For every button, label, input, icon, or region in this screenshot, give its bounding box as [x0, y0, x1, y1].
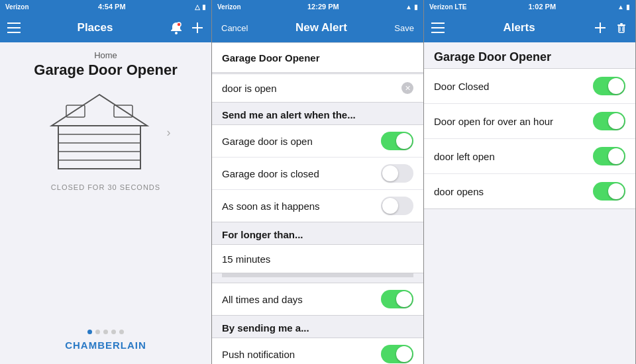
alert-label-2: door left open — [434, 151, 495, 162]
hamburger-icon-3[interactable] — [431, 21, 445, 35]
battery-icon: ▮ — [202, 3, 206, 11]
battery-icon-2: ▮ — [414, 3, 418, 11]
alert-row-soon: As soon as it happens — [212, 190, 423, 222]
garage-image-container[interactable]: › — [46, 89, 166, 175]
toggle-alert-3[interactable] — [593, 182, 625, 201]
dot-1 — [87, 330, 92, 334]
alerts-device-name: Garage Door Opener — [424, 42, 635, 68]
alert-list-row-1: Door open for over an hour — [424, 104, 635, 139]
svg-rect-0 — [7, 23, 21, 24]
new-alert-scroll: Garage Door Opener ✕ Send me an alert wh… — [212, 42, 423, 364]
wifi-icon: △ — [195, 3, 200, 11]
status-bar-1: Verizon 4:54 PM △ ▮ — [0, 0, 211, 13]
alert-row-closed: Garage door is closed — [212, 158, 423, 190]
alerts-content: Garage Door Opener Door Closed Door open… — [424, 42, 635, 364]
carrier-3: Verizon LTE — [429, 3, 467, 11]
clear-button[interactable]: ✕ — [401, 82, 413, 94]
svg-rect-14 — [114, 105, 132, 117]
alerts-title: Alerts — [503, 21, 535, 34]
device-status-label: CLOSED FOR 30 SECONDS — [51, 183, 160, 191]
alert-label-0: Door Closed — [434, 81, 489, 92]
device-name-label: Garage Door Opener — [222, 52, 320, 64]
svg-rect-6 — [192, 27, 203, 28]
minutes-row: 15 minutes — [212, 244, 423, 273]
minutes-value: 15 minutes — [222, 253, 270, 265]
add-icon[interactable] — [190, 21, 205, 35]
panel-new-alert: Verizon 12:29 PM ▲ ▮ Cancel New Alert Sa… — [212, 0, 424, 364]
alert-conditions-section: Garage door is open Garage door is close… — [212, 124, 423, 222]
garage-svg — [46, 89, 152, 175]
trash-icon[interactable] — [614, 21, 629, 35]
svg-rect-8 — [58, 126, 140, 169]
svg-rect-13 — [66, 105, 85, 117]
slider-track[interactable] — [222, 273, 413, 277]
device-name-row: Garage Door Opener — [212, 43, 423, 72]
dot-indicators — [87, 330, 124, 334]
all-times-row: All times and days — [212, 283, 423, 315]
svg-point-3 — [175, 32, 178, 34]
nav-bar-1: Places — [0, 13, 211, 42]
push-label: Push notification — [222, 349, 295, 360]
time-2: 12:29 PM — [307, 3, 339, 11]
push-section: Push notification — [212, 338, 423, 364]
toggle-soon[interactable] — [381, 197, 413, 215]
alerts-list: Door Closed Door open for over an hour d… — [424, 68, 635, 209]
device-title-1: Garage Door Opener — [34, 62, 177, 79]
svg-rect-21 — [617, 24, 625, 26]
cancel-button[interactable]: Cancel — [219, 21, 250, 36]
all-times-section: All times and days — [212, 283, 423, 316]
svg-point-4 — [177, 23, 181, 26]
svg-rect-15 — [431, 23, 445, 24]
dot-3 — [103, 330, 108, 334]
places-title: Places — [78, 21, 113, 34]
toggle-alert-0[interactable] — [593, 77, 625, 95]
dot-2 — [95, 330, 100, 334]
carrier-1: Verizon — [5, 3, 29, 11]
alert-name-input-row[interactable]: ✕ — [212, 73, 423, 103]
for-longer-header: For longer than... — [212, 222, 423, 244]
toggle-push[interactable] — [381, 345, 413, 363]
svg-rect-1 — [7, 27, 21, 28]
hamburger-icon[interactable] — [7, 21, 21, 35]
time-1: 4:54 PM — [98, 3, 126, 11]
by-sending-header: By sending me a... — [212, 316, 423, 338]
push-row: Push notification — [212, 338, 423, 364]
alert-soon-label: As soon as it happens — [222, 201, 320, 212]
alert-closed-label: Garage door is closed — [222, 168, 319, 179]
icons-1: △ ▮ — [195, 3, 206, 11]
save-button[interactable]: Save — [392, 21, 417, 36]
bell-icon[interactable] — [169, 21, 184, 35]
icons-2: ▲ ▮ — [405, 3, 418, 11]
alert-name-input[interactable] — [222, 83, 401, 94]
home-label: Home — [94, 50, 117, 60]
alert-label-3: door opens — [434, 186, 484, 197]
all-times-label: All times and days — [222, 294, 303, 305]
toggle-all-times[interactable] — [381, 290, 413, 308]
dot-4 — [111, 330, 116, 334]
panel-places: Verizon 4:54 PM △ ▮ Places Home Garage D… — [0, 0, 212, 364]
new-alert-title: New Alert — [295, 21, 347, 34]
alert-label-1: Door open for over an hour — [434, 116, 553, 127]
alert-list-row-0: Door Closed — [424, 69, 635, 104]
panel1-footer: CHAMBERLAIN — [65, 322, 146, 356]
send-alert-header: Send me an alert when the... — [212, 103, 423, 124]
toggle-door-open[interactable] — [381, 132, 413, 150]
icons-3: ▲ ▮ — [617, 3, 630, 11]
panel-alerts: Verizon LTE 1:02 PM ▲ ▮ Alerts Garage Do… — [424, 0, 636, 364]
status-bar-3: Verizon LTE 1:02 PM ▲ ▮ — [424, 0, 635, 13]
alert-list-row-2: door left open — [424, 139, 635, 174]
svg-rect-17 — [431, 32, 445, 33]
device-name-section: Garage Door Opener — [212, 42, 423, 73]
alert-list-row-3: door opens — [424, 174, 635, 208]
nav-bar-3: Alerts — [424, 13, 635, 42]
toggle-alert-1[interactable] — [593, 112, 625, 130]
brand-logo: CHAMBERLAIN — [65, 340, 146, 351]
toggle-alert-2[interactable] — [593, 147, 625, 165]
nav-bar-2: Cancel New Alert Save — [212, 13, 423, 42]
svg-rect-22 — [620, 23, 623, 24]
status-bar-2: Verizon 12:29 PM ▲ ▮ — [212, 0, 423, 13]
add-alert-icon[interactable] — [593, 21, 608, 35]
lte-icon: ▲ — [617, 3, 624, 11]
battery-icon-3: ▮ — [626, 3, 630, 11]
toggle-door-closed[interactable] — [381, 164, 413, 183]
